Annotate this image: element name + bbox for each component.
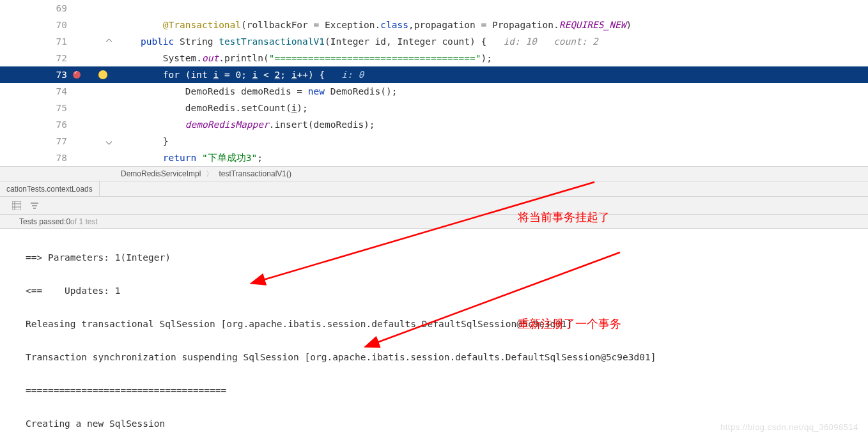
gutter[interactable]	[70, 70, 118, 79]
line-number: 76	[0, 119, 70, 130]
tests-passed-count: 0	[66, 217, 70, 226]
console-line: Transaction synchronization suspending S…	[26, 349, 868, 365]
intention-bulb-icon[interactable]	[98, 70, 107, 79]
annotation-label-2: 重新注册了一个事务	[518, 316, 621, 332]
code-line[interactable]: 70 @Transactional(rollbackFor = Exceptio…	[0, 17, 868, 33]
code-line[interactable]: 75 demoRedis.setCount(i);	[0, 100, 868, 116]
line-number: 71	[0, 36, 70, 47]
code-text: DemoRedis demoRedis = new DemoRedis();	[118, 86, 868, 96]
code-line[interactable]: 71 public String testTransactionalV1(Int…	[0, 33, 868, 50]
breadcrumb-item[interactable]: testTransactionalV1()	[216, 169, 294, 178]
line-number: 77	[0, 136, 70, 146]
console-line: Releasing transactional SqlSession [org.…	[26, 316, 868, 332]
code-text: demoRedisMapper.insert(demoRedis);	[118, 119, 868, 130]
tests-status-bar: Tests passed: 0 of 1 test	[0, 215, 868, 229]
svg-rect-0	[12, 201, 21, 210]
code-text: demoRedis.setCount(i);	[118, 103, 868, 113]
line-number: 70	[0, 20, 70, 30]
line-number: 78	[0, 153, 70, 163]
breadcrumb-item[interactable]: DemoRedisServiceImpl	[118, 169, 203, 178]
code-text: return "下单成功3";	[118, 152, 868, 164]
watermark: https://blog.csdn.net/qq_36098514	[720, 422, 858, 432]
code-line[interactable]: 76 demoRedisMapper.insert(demoRedis);	[0, 116, 868, 133]
line-number: 73	[0, 70, 70, 80]
code-line-breakpoint-active[interactable]: 73 for (int i = 0; i < 2; i++) { i: 0	[0, 66, 868, 83]
code-line[interactable]: 78 return "下单成功3";	[0, 150, 868, 166]
console-output[interactable]: ==> Parameters: 1(Integer) <== Updates: …	[0, 229, 868, 437]
annotation-label-1: 将当前事务挂起了	[518, 210, 610, 225]
code-line[interactable]: 77 }	[0, 133, 868, 150]
tests-passed-label: Tests passed:	[19, 217, 66, 226]
console-line: <== Updates: 1	[26, 282, 868, 299]
code-text: for (int i = 0; i < 2; i++) { i: 0	[118, 70, 868, 80]
test-toolbar	[0, 197, 868, 215]
tests-total: of 1 test	[70, 217, 98, 226]
tool-tab-bar: cationTests.contextLoads	[0, 181, 868, 197]
run-config-tab[interactable]: cationTests.contextLoads	[0, 181, 100, 197]
code-line[interactable]: 69	[0, 0, 868, 17]
line-number: 69	[0, 3, 70, 13]
line-number: 74	[0, 86, 70, 96]
breakpoint-verified-icon[interactable]	[73, 71, 81, 79]
code-text: System.out.println("====================…	[118, 53, 868, 63]
code-text: }	[118, 136, 868, 146]
table-view-icon[interactable]	[12, 201, 22, 211]
console-line: ==> Parameters: 1(Integer)	[26, 249, 868, 266]
filter-icon[interactable]	[29, 201, 40, 211]
code-text: @Transactional(rollbackFor = Exception.c…	[118, 20, 868, 30]
console-line: ====================================	[26, 382, 868, 399]
line-number: 72	[0, 53, 70, 63]
collapse-icon[interactable]	[105, 138, 112, 145]
code-line[interactable]: 72 System.out.println("=================…	[0, 50, 868, 66]
code-text: public String testTransactionalV1(Intege…	[118, 36, 868, 47]
line-number: 75	[0, 103, 70, 113]
code-editor[interactable]: 69 70 @Transactional(rollbackFor = Excep…	[0, 0, 868, 166]
breadcrumb-separator: 〉	[203, 169, 216, 180]
code-line[interactable]: 74 DemoRedis demoRedis = new DemoRedis()…	[0, 83, 868, 100]
breadcrumb: DemoRedisServiceImpl 〉 testTransactional…	[0, 166, 868, 181]
collapse-icon[interactable]	[105, 38, 112, 45]
